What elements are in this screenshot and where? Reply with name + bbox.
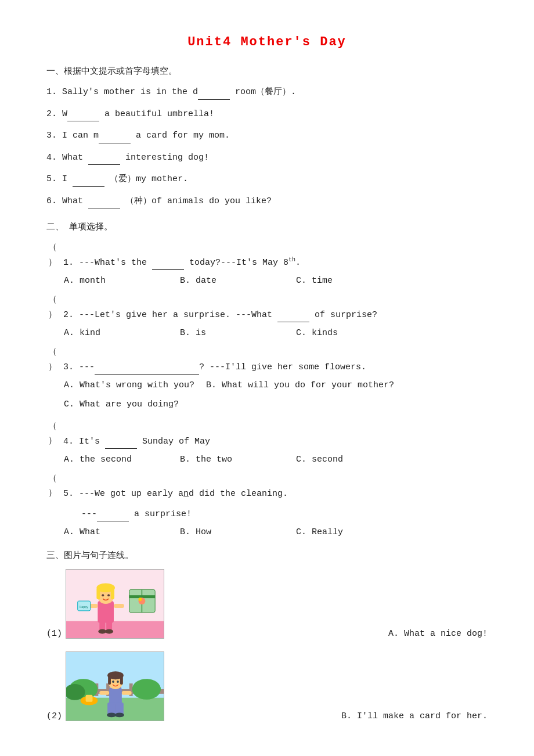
svg-rect-39 (108, 675, 111, 685)
question-5: 5. I （爱）my mother. (46, 172, 488, 187)
option-4c: C. second (296, 455, 389, 465)
mc-question-4: （ ） 4. It's Sunday of May (46, 419, 488, 449)
question-2: 2. W a beautiful umbrella! (46, 107, 488, 122)
svg-point-42 (117, 681, 119, 683)
option-1a: A. month (64, 276, 157, 286)
svg-point-12 (102, 594, 104, 596)
svg-rect-36 (109, 687, 122, 705)
section2-header: 二、 单项选择。 (46, 221, 488, 232)
mc-options-3ab: A. What's wrong with you? B. What will y… (64, 380, 488, 390)
section3-header: 三、图片与句子连线。 (46, 550, 488, 561)
svg-point-6 (139, 597, 142, 601)
mc-question-2: （ ） 2. ---Let's give her a surprise. ---… (46, 293, 488, 322)
mc-question-5: （ ） 5. ---We got up early and did the cl… (46, 471, 488, 501)
svg-rect-11 (111, 588, 114, 599)
question-4: 4. What interesting dog! (46, 150, 488, 165)
svg-rect-10 (96, 588, 100, 599)
option-5a: A. What (64, 527, 157, 537)
option-1b: B. date (180, 276, 273, 286)
svg-point-13 (107, 594, 110, 596)
mc-options-5: A. What B. How C. Really (64, 527, 488, 537)
mc-question-1: （ ） 1. ---What's the today?---It's May 8… (46, 240, 488, 270)
option-1c: C. time (296, 276, 389, 286)
svg-text:Happy: Happy (80, 606, 88, 609)
option-4b: B. the two (180, 455, 273, 465)
question-3: 3. I can m a card for my mom. (46, 128, 488, 143)
svg-point-48 (115, 712, 124, 717)
picture-2 (66, 651, 164, 721)
svg-point-21 (105, 629, 113, 633)
mc-options-4: A. the second B. the two C. second (64, 455, 488, 465)
picture-label-2: (2) (46, 711, 62, 721)
svg-point-47 (107, 712, 116, 717)
svg-point-41 (112, 681, 114, 683)
svg-rect-15 (114, 604, 124, 608)
svg-point-35 (132, 679, 161, 700)
option-2c: C. kinds (296, 328, 389, 338)
mc-options-2: A. kind B. is C. kinds (64, 328, 488, 338)
option-4a: A. the second (64, 455, 157, 465)
match-answer-2: B. I'll make a card for her. (341, 711, 488, 721)
picture-match-row-1: (1) (46, 569, 488, 639)
svg-rect-50 (86, 695, 93, 702)
svg-rect-40 (120, 675, 123, 685)
mc-options-1: A. month B. date C. time (64, 276, 488, 286)
option-5c: C. Really (296, 527, 389, 537)
picture-label-1: (1) (46, 629, 62, 639)
svg-rect-1 (66, 621, 164, 638)
option-3a: A. What's wrong with you? (64, 380, 194, 390)
question-6: 6. What （种）of animals do you like? (46, 194, 488, 209)
picture-match-container: (1) (46, 569, 488, 721)
mc-question-3: （ ） 3. ---? ---I'll give her some flower… (46, 345, 488, 375)
svg-point-20 (98, 629, 106, 633)
svg-rect-43 (99, 691, 109, 695)
question-1: 1. Sally's mother is in the d room（餐厅）. (46, 85, 488, 100)
option-3b: B. What will you do for your mother? (206, 380, 394, 390)
option-2b: B. is (180, 328, 273, 338)
mc-question-5b: --- a surprise! (81, 507, 488, 522)
match-answer-1: A. What a nice dog! (388, 629, 488, 639)
option-3c: C. What are you doing? (64, 397, 488, 412)
option-2a: A. kind (64, 328, 157, 338)
page-title: Unit4 Mother's Day (46, 35, 488, 49)
picture-match-row-2: (2) (46, 651, 488, 721)
svg-rect-44 (122, 691, 132, 695)
picture-1: Happy (66, 569, 164, 639)
option-5b: B. How (180, 527, 273, 537)
section1-header: 一、根据中文提示或首字母填空。 (46, 66, 488, 77)
svg-rect-7 (98, 601, 114, 623)
